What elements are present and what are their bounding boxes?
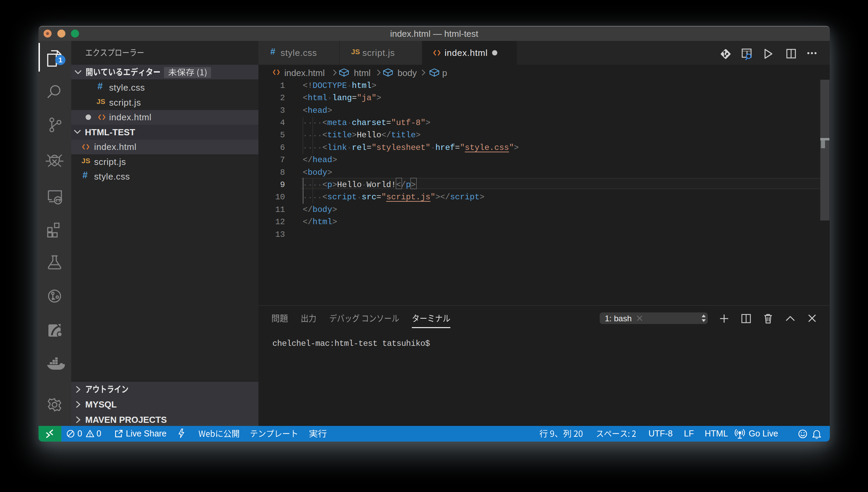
svg-text:1: 1 <box>58 56 62 64</box>
